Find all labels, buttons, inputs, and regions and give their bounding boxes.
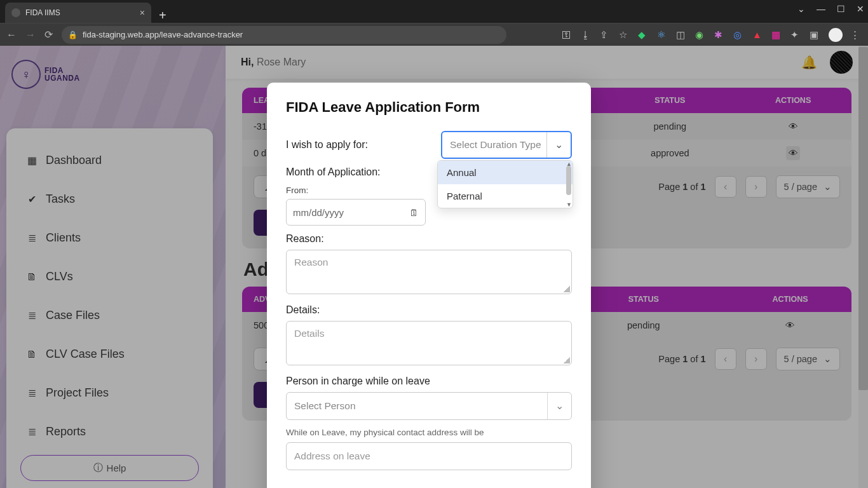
- browser-tab[interactable]: FIDA IIMS ×: [5, 3, 151, 23]
- extension3-icon[interactable]: ✱: [714, 29, 726, 41]
- extension-icon[interactable]: ⚛: [657, 29, 668, 41]
- duration-type-dropdown: Annual Paternal ▲ ▼: [437, 160, 573, 208]
- leave-application-modal: FIDA Leave Application Form I wish to ap…: [267, 83, 591, 488]
- menu-icon[interactable]: ⋮: [850, 29, 862, 41]
- extension2-icon[interactable]: ◉: [695, 29, 707, 41]
- browser-toolbar-right: ⚿ ⭳ ⇪ ☆ ◆ ⚛ ◫ ◉ ✱ ◎ ▲ ▦ ✦ ▣ ⋮: [562, 28, 862, 42]
- share-icon[interactable]: ⇪: [600, 29, 611, 41]
- address-placeholder: Address on leave: [294, 451, 370, 462]
- puzzle-icon[interactable]: ✦: [790, 29, 802, 41]
- maximize-icon[interactable]: ☐: [837, 4, 845, 14]
- from-date-input[interactable]: mm/dd/yyyy 🗓: [286, 199, 426, 226]
- url-text: fida-staging.web.app/leave-advance-track…: [83, 30, 243, 39]
- url-input[interactable]: 🔒 fida-staging.web.app/leave-advance-tra…: [62, 26, 506, 44]
- modal-title: FIDA Leave Application Form: [286, 99, 572, 116]
- label-apply-for: I wish to apply for:: [286, 139, 432, 151]
- lock-icon: 🔒: [68, 30, 78, 39]
- label-person-in-charge: Person in charge while on leave: [286, 376, 572, 387]
- address-input[interactable]: Address on leave: [286, 442, 572, 470]
- tab-bar: FIDA IIMS × +: [0, 0, 868, 23]
- label-month: Month of Application:: [286, 166, 432, 178]
- person-placeholder: Select Person: [294, 400, 356, 412]
- person-in-charge-select[interactable]: Select Person ⌄: [286, 392, 572, 420]
- date-placeholder: mm/dd/yyyy: [293, 207, 344, 218]
- details-textarea[interactable]: Details: [286, 321, 572, 365]
- option-annual[interactable]: Annual: [438, 161, 573, 184]
- duration-type-select[interactable]: Select Duration Type ⌄: [441, 131, 572, 159]
- profile-avatar-icon[interactable]: [829, 28, 843, 42]
- download-icon[interactable]: ⭳: [581, 29, 592, 41]
- extension6-icon[interactable]: ▦: [771, 29, 783, 41]
- reason-textarea[interactable]: Reason: [286, 250, 572, 294]
- close-tab-icon[interactable]: ×: [140, 8, 145, 18]
- tab-title: FIDA IIMS: [25, 8, 60, 17]
- extension4-icon[interactable]: ◎: [733, 29, 745, 41]
- browser-chrome: ⌄ ― ☐ ✕ FIDA IIMS × + ← → ⟳ 🔒 fida-stagi…: [0, 0, 868, 46]
- star-icon[interactable]: ☆: [619, 29, 630, 41]
- forward-icon[interactable]: →: [25, 29, 36, 41]
- minimize-icon[interactable]: ―: [817, 4, 825, 14]
- key-icon[interactable]: ⚿: [562, 29, 573, 41]
- label-details: Details:: [286, 304, 572, 316]
- details-placeholder: Details: [294, 328, 324, 339]
- chevron-down-icon: ⌄: [547, 393, 571, 419]
- address-bar: ← → ⟳ 🔒 fida-staging.web.app/leave-advan…: [0, 23, 868, 46]
- reload-icon[interactable]: ⟳: [44, 29, 53, 41]
- extension5-icon[interactable]: ▲: [752, 29, 764, 41]
- duration-type-placeholder: Select Duration Type: [450, 139, 541, 151]
- chevron-down-icon: ⌄: [546, 132, 571, 158]
- field-apply-for: I wish to apply for: Select Duration Typ…: [286, 131, 572, 159]
- close-window-icon[interactable]: ✕: [857, 4, 864, 14]
- calendar-icon: 🗓: [409, 207, 419, 218]
- option-paternal[interactable]: Paternal: [438, 184, 573, 208]
- window-controls: ⌄ ― ☐ ✕: [797, 4, 864, 14]
- scroll-down-icon[interactable]: ▼: [566, 201, 571, 208]
- new-tab-button[interactable]: +: [151, 8, 174, 23]
- shield-icon[interactable]: ◆: [638, 29, 649, 41]
- chevron-down-icon[interactable]: ⌄: [797, 4, 805, 14]
- favicon-icon: [11, 8, 20, 17]
- label-reason: Reason:: [286, 233, 572, 245]
- panel-icon[interactable]: ▣: [810, 29, 821, 41]
- scroll-up-icon[interactable]: ▲: [566, 161, 571, 167]
- device-icon[interactable]: ◫: [676, 29, 688, 41]
- label-address-hint: While on Leave, my physical contact addr…: [286, 428, 572, 437]
- reason-placeholder: Reason: [294, 257, 328, 268]
- back-icon[interactable]: ←: [6, 29, 17, 41]
- dropdown-scrollbar[interactable]: [566, 166, 571, 195]
